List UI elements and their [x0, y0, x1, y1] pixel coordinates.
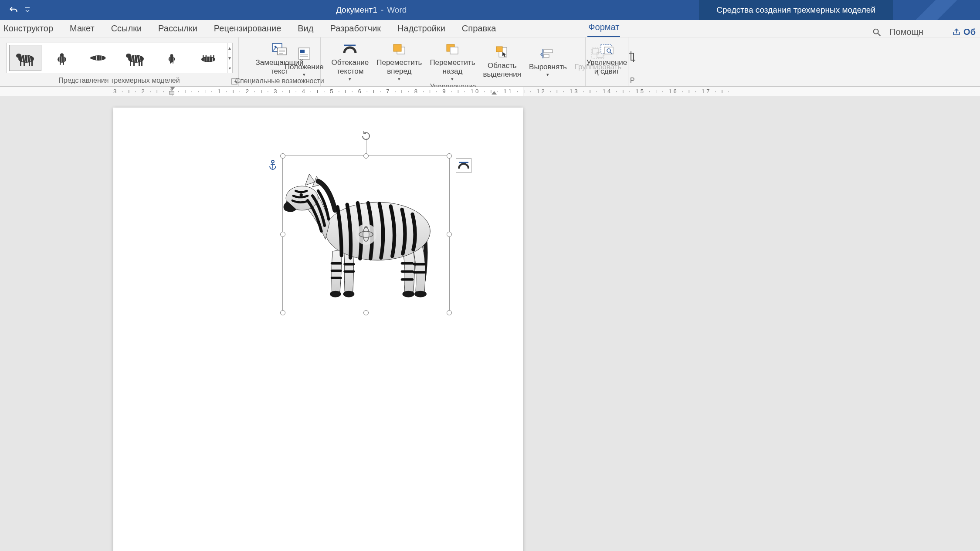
tab-razrabotchik[interactable]: Разработчик	[329, 21, 382, 37]
tab-retsenzirovanie[interactable]: Рецензирование	[213, 21, 282, 37]
svg-point-84	[343, 291, 354, 297]
gallery-scroll-down[interactable]: ▼	[227, 53, 232, 63]
title-bar: Документ1 - Word Средства создания трехм…	[0, 0, 980, 20]
svg-rect-47	[213, 55, 214, 60]
search-icon[interactable]	[872, 27, 882, 37]
bring-forward-button[interactable]: Переместить вперед ▾	[373, 39, 425, 82]
tab-format[interactable]: Формат	[587, 20, 620, 37]
position-button[interactable]: Положение ▾	[281, 44, 327, 78]
svg-rect-28	[133, 61, 135, 66]
svg-rect-70	[544, 50, 553, 53]
group-label-zoom-spacer	[606, 76, 607, 87]
resize-handle-b[interactable]	[363, 310, 369, 315]
svg-point-101	[363, 227, 369, 241]
group-size-truncated: Р	[628, 37, 636, 86]
pan-zoom-button[interactable]: Увеличение и сдвиг	[583, 39, 631, 76]
right-indent-marker[interactable]	[492, 91, 497, 95]
tell-me-input[interactable]: Помощн	[889, 27, 923, 37]
gallery-view-5[interactable]	[156, 45, 188, 71]
app-name: Word	[387, 5, 407, 15]
chevron-down-icon: ▾	[546, 72, 549, 78]
title-separator: -	[381, 5, 383, 15]
page[interactable]	[113, 108, 523, 551]
pan-zoom-label: Увеличение и сдвиг	[587, 58, 627, 76]
ribbon: ▲ ▼ ▾ Представления трехмерных моделей	[0, 37, 980, 87]
bring-forward-label: Переместить вперед	[376, 58, 422, 76]
rotate-handle[interactable]	[360, 130, 372, 142]
svg-point-21	[90, 57, 94, 59]
resize-handle-l[interactable]	[280, 232, 285, 237]
resize-handle-tl[interactable]	[280, 153, 285, 159]
svg-rect-30	[141, 61, 142, 66]
svg-rect-27	[130, 61, 131, 66]
resize-handle-r[interactable]	[447, 232, 452, 237]
svg-point-79	[271, 160, 274, 163]
align-button[interactable]: Выровнять ▾	[526, 44, 570, 78]
views-gallery: ▲ ▼ ▾	[6, 43, 233, 73]
left-indent-marker[interactable]	[169, 91, 174, 95]
chevron-down-icon: ▾	[349, 76, 351, 82]
tab-vid[interactable]: Вид	[297, 21, 314, 37]
svg-point-1	[874, 29, 878, 34]
resize-handle-t[interactable]	[363, 153, 369, 159]
svg-point-16	[60, 53, 63, 57]
tab-ssylki[interactable]: Ссылки	[110, 21, 142, 37]
tab-rassylki[interactable]: Рассылки	[157, 21, 198, 37]
qat-customize-icon[interactable]	[24, 3, 31, 17]
tab-konstruktor[interactable]: Конструктор	[3, 21, 54, 37]
svg-rect-29	[139, 61, 140, 66]
align-icon	[540, 47, 555, 60]
tab-spravka[interactable]: Справка	[461, 21, 497, 37]
group-3d-views: ▲ ▼ ▾ Представления трехмерных моделей	[0, 37, 239, 86]
layout-options-button[interactable]	[456, 158, 471, 173]
object-selection-frame[interactable]	[282, 155, 450, 313]
wrap-icon	[342, 43, 357, 56]
selection-pane-label: Область выделения	[483, 61, 522, 79]
svg-rect-71	[544, 54, 549, 57]
group-arrange: Положение ▾ Обтекание текстом ▾ Перемест…	[321, 37, 586, 86]
send-backward-button[interactable]: Переместить назад ▾	[426, 39, 478, 82]
crop-icon[interactable]	[628, 50, 636, 65]
share-button[interactable]: Об	[952, 27, 976, 37]
document-title: Документ1	[336, 5, 377, 15]
selection-pane-button[interactable]: Область выделения	[480, 42, 525, 79]
chevron-down-icon: ▾	[398, 76, 400, 82]
svg-point-85	[402, 291, 414, 297]
anchor-icon[interactable]	[268, 160, 277, 172]
bring-forward-icon	[392, 43, 407, 56]
gallery-view-2[interactable]	[46, 45, 78, 71]
tab-nadstroiki[interactable]: Надстройки	[397, 21, 446, 37]
svg-line-2	[878, 33, 881, 36]
tab-maket[interactable]: Макет	[69, 21, 95, 37]
gallery-more[interactable]: ▾	[227, 63, 232, 73]
svg-rect-45	[205, 55, 206, 60]
send-backward-label: Переместить назад	[430, 58, 475, 76]
first-line-indent-marker[interactable]	[170, 87, 175, 90]
svg-rect-46	[210, 55, 211, 60]
wrap-label: Обтекание текстом	[332, 58, 369, 76]
gallery-scroll-up[interactable]: ▲	[227, 43, 232, 53]
svg-point-31	[126, 54, 131, 58]
svg-rect-4	[20, 61, 21, 66]
wrap-text-button[interactable]: Обтекание текстом ▾	[328, 39, 373, 82]
svg-rect-66	[450, 47, 458, 54]
document-area[interactable]	[0, 96, 980, 551]
gallery-view-1[interactable]	[9, 45, 41, 71]
resize-handle-tr[interactable]	[447, 153, 452, 159]
resize-handle-br[interactable]	[447, 310, 452, 315]
align-label: Выровнять	[529, 63, 567, 71]
share-icon	[952, 28, 961, 37]
gallery-view-3[interactable]	[82, 45, 115, 71]
share-label: Об	[963, 27, 976, 37]
svg-rect-58	[298, 48, 310, 59]
horizontal-ruler[interactable]: 3 · ı · 2 · ı · 1 · ı · · ı · 1 · ı · 2 …	[0, 87, 980, 96]
gallery-view-6[interactable]	[192, 45, 224, 71]
gallery-view-4[interactable]	[119, 45, 151, 71]
ruler-scale: 3 · ı · 2 · ı · 1 · ı · · ı · 1 · ı · 2 …	[113, 88, 980, 96]
ribbon-tabs: Конструктор Макет Ссылки Рассылки Реценз…	[0, 20, 980, 37]
undo-button[interactable]	[7, 3, 20, 17]
3d-orbit-control[interactable]	[356, 224, 376, 245]
resize-handle-bl[interactable]	[280, 310, 285, 315]
svg-point-89	[300, 193, 303, 196]
quick-access-toolbar	[0, 3, 44, 17]
